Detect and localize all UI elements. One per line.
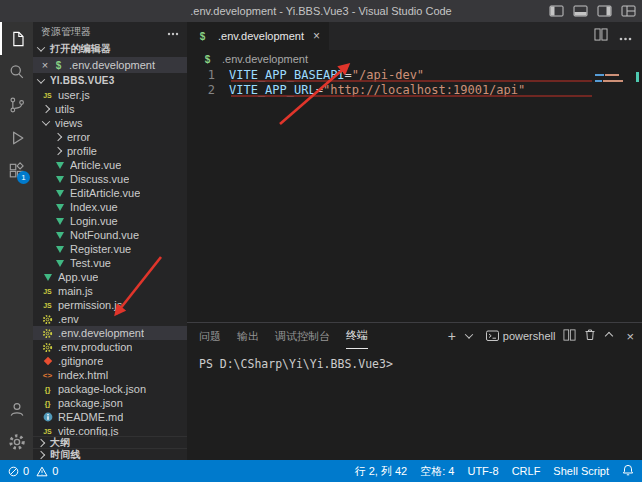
notifications-bell-icon[interactable]: [622, 464, 634, 478]
source-control-icon[interactable]: [0, 88, 33, 121]
tree-item-package.json[interactable]: {}package.json: [33, 396, 187, 410]
tree-item-permission.js[interactable]: JSpermission.js: [33, 298, 187, 312]
tab-env-development[interactable]: $ .env.development ×: [187, 22, 329, 50]
terminal-profile[interactable]: powershell: [486, 330, 556, 342]
tab-close-icon[interactable]: ×: [313, 29, 320, 43]
more-actions-icon[interactable]: [619, 27, 632, 45]
more-actions-icon[interactable]: [167, 27, 179, 38]
code-line-1: 1VITE_APP_BASEAPI="/api-dev": [187, 68, 592, 83]
file-label: Index.vue: [70, 201, 118, 213]
tree-item-utils[interactable]: utils: [33, 102, 187, 116]
tree-item-Login.vue[interactable]: Login.vue: [33, 214, 187, 228]
code-editor[interactable]: 1VITE_APP_BASEAPI="/api-dev"2VITE_APP_UR…: [187, 68, 592, 98]
warning-icon: [36, 466, 48, 477]
chevron-down-icon[interactable]: [465, 330, 473, 338]
file-label: Article.vue: [70, 159, 121, 171]
file-label: Register.vue: [70, 243, 131, 255]
tree-item-EditArticle.vue[interactable]: EditArticle.vue: [33, 186, 187, 200]
search-icon[interactable]: [0, 55, 33, 88]
extensions-icon[interactable]: 1: [0, 154, 33, 187]
panel-tab-输出[interactable]: 输出: [237, 323, 259, 349]
tree-item-Discuss.vue[interactable]: Discuss.vue: [33, 172, 187, 186]
minimap-mark: [605, 74, 619, 76]
minimap[interactable]: [593, 70, 639, 110]
file-label: Discuss.vue: [70, 173, 129, 185]
tab-label: .env.development: [218, 30, 304, 42]
file-label: user.js: [58, 89, 90, 101]
tree-item-Register.vue[interactable]: Register.vue: [33, 242, 187, 256]
encoding[interactable]: UTF-8: [467, 465, 498, 477]
overview-ruler-mark: [636, 72, 639, 82]
shell-file-icon: $: [52, 59, 65, 72]
run-debug-icon[interactable]: [0, 121, 33, 154]
vue-file-icon: [41, 271, 54, 284]
vue-file-icon: [53, 229, 66, 242]
tree-item-Index.vue[interactable]: Index.vue: [33, 200, 187, 214]
tree-item-error[interactable]: error: [33, 130, 187, 144]
toggle-secondary-sidebar-icon[interactable]: [597, 5, 612, 17]
close-panel-icon[interactable]: ×: [626, 329, 634, 344]
file-label: Test.vue: [70, 257, 111, 269]
file-label: index.html: [58, 369, 108, 381]
panel-tab-问题[interactable]: 问题: [199, 323, 221, 349]
timeline-section[interactable]: 时间线: [33, 448, 187, 460]
breadcrumb[interactable]: $ .env.development: [187, 50, 642, 68]
vue-file-icon: [53, 257, 66, 270]
tree-item-App.vue[interactable]: App.vue: [33, 270, 187, 284]
settings-gear-icon[interactable]: [0, 425, 33, 458]
cursor-position[interactable]: 行 2, 列 42: [355, 464, 408, 479]
open-editors-header[interactable]: 打开的编辑器: [33, 40, 187, 57]
open-editor-filename: .env.development: [69, 59, 155, 71]
tree-item-profile[interactable]: profile: [33, 144, 187, 158]
split-editor-icon[interactable]: [594, 27, 608, 45]
string-token: "/api-dev": [352, 68, 424, 83]
file-label: .gitignore: [58, 355, 103, 367]
toggle-panel-icon[interactable]: [573, 5, 588, 17]
window-title: .env.development - Yi.BBS.Vue3 - Visual …: [0, 0, 642, 22]
tree-item-main.js[interactable]: JSmain.js: [33, 284, 187, 298]
tree-item-package-lock.json[interactable]: {}package-lock.json: [33, 382, 187, 396]
close-icon[interactable]: ×: [39, 59, 51, 71]
kill-terminal-icon[interactable]: [584, 327, 596, 345]
terminal-prompt[interactable]: PS D:\CSharp\Yi\Yi.BBS.Vue3>: [199, 357, 393, 371]
breadcrumb-filename: .env.development: [222, 53, 308, 65]
sidebar-title-row: 资源管理器: [33, 22, 187, 40]
panel-tab-终端[interactable]: 终端: [346, 323, 368, 349]
shell-name: powershell: [503, 330, 556, 342]
tree-item-.gitignore[interactable]: .gitignore: [33, 354, 187, 368]
tree-item-index.html[interactable]: <>index.html: [33, 368, 187, 382]
vue-file-icon: [53, 215, 66, 228]
file-label: .env: [58, 313, 79, 325]
tree-item-views[interactable]: views: [33, 116, 187, 130]
tree-item-NotFound.vue[interactable]: NotFound.vue: [33, 228, 187, 242]
file-label: error: [67, 131, 90, 143]
new-terminal-icon[interactable]: +: [448, 329, 456, 343]
open-editors-label: 打开的编辑器: [50, 42, 111, 56]
outline-section[interactable]: 大纲: [33, 436, 187, 448]
project-root-header[interactable]: YI.BBS.VUE3: [33, 73, 187, 88]
tree-item-.env.development[interactable]: .env.development: [33, 326, 187, 340]
toggle-sidebar-icon[interactable]: [549, 5, 564, 17]
project-root-label: YI.BBS.VUE3: [50, 75, 114, 86]
customize-layout-icon[interactable]: [621, 5, 636, 17]
tree-item-user.js[interactable]: JSuser.js: [33, 88, 187, 102]
tree-item-README.md[interactable]: README.md: [33, 410, 187, 424]
tree-item-.env.production[interactable]: .env.production: [33, 340, 187, 354]
tree-item-.env[interactable]: .env: [33, 312, 187, 326]
account-icon[interactable]: [0, 392, 33, 425]
panel-tab-调试控制台[interactable]: 调试控制台: [275, 323, 330, 349]
open-editor-item[interactable]: × $ .env.development: [33, 57, 187, 73]
title-bar: .env.development - Yi.BBS.Vue3 - Visual …: [0, 0, 642, 22]
vue-file-icon: [53, 243, 66, 256]
maximize-panel-icon[interactable]: [605, 332, 613, 340]
tree-item-Test.vue[interactable]: Test.vue: [33, 256, 187, 270]
eol-sequence[interactable]: CRLF: [512, 465, 541, 477]
vue-file-icon: [53, 159, 66, 172]
tree-item-Article.vue[interactable]: Article.vue: [33, 158, 187, 172]
problems-status[interactable]: 0 0: [8, 465, 58, 477]
chevron-right-icon: [42, 105, 50, 113]
language-mode[interactable]: Shell Script: [553, 465, 609, 477]
split-terminal-icon[interactable]: [563, 327, 576, 345]
indentation[interactable]: 空格: 4: [420, 464, 454, 479]
explorer-icon[interactable]: [0, 22, 33, 55]
